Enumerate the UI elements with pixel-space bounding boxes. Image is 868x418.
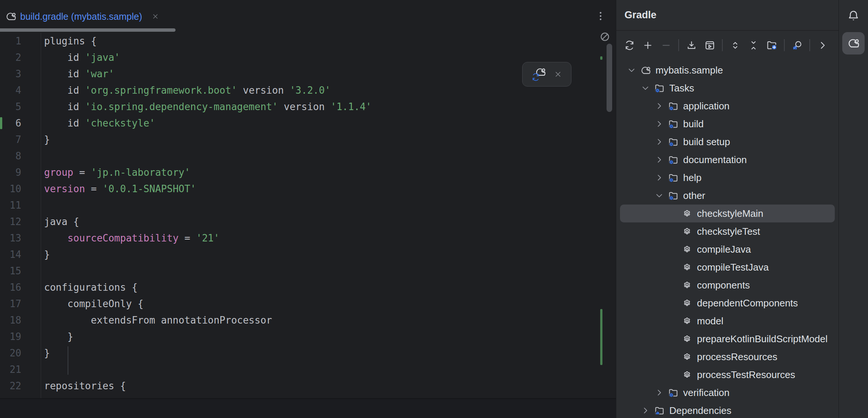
tree-item-processresources[interactable]: processResources (620, 348, 835, 366)
tree-item-tasks[interactable]: Tasks (620, 79, 835, 97)
tree-item-build[interactable]: build (620, 115, 835, 133)
group-tasks-icon[interactable] (763, 37, 780, 53)
gradle-icon (640, 65, 651, 76)
code-text: id 'io.spring.dependency-management' ver… (41, 99, 372, 115)
gradle-tool-window-button[interactable] (842, 32, 865, 54)
gradle-tool-window: Gradle mybatis.sampleTasksapplicationbui… (616, 0, 838, 418)
expand-all-icon[interactable] (726, 37, 744, 53)
tree-item-label: application (683, 100, 729, 112)
dismiss-popup-icon[interactable] (554, 70, 562, 79)
tree-item-documentation[interactable]: documentation (620, 151, 835, 169)
tree-item-application[interactable]: application (620, 97, 835, 115)
gradle-file-icon (5, 11, 16, 22)
chevron-down-icon[interactable] (627, 65, 636, 75)
tree-item-compiletestjava[interactable]: compileTestJava (620, 258, 835, 276)
code-text: id 'java' (41, 49, 120, 66)
tree-item-label: other (683, 190, 705, 202)
tree-item-label: verification (683, 387, 729, 399)
chevron-right-icon[interactable] (641, 406, 650, 415)
line-number: 7 (0, 131, 41, 148)
task-folder-icon (668, 137, 679, 147)
code-line[interactable]: 19 } (0, 328, 616, 345)
line-number: 17 (0, 296, 41, 312)
code-line[interactable]: 1plugins { (0, 33, 616, 49)
load-gradle-changes-button[interactable] (531, 66, 547, 82)
tree-item-preparekotlinbuildscriptmodel[interactable]: prepareKotlinBuildScriptModel (620, 330, 835, 348)
code-text: } (41, 328, 73, 345)
remove-icon[interactable] (657, 37, 675, 53)
tree-item-mybatis-sample[interactable]: mybatis.sample (620, 61, 835, 79)
chevron-down-icon[interactable] (654, 191, 664, 200)
tree-item-dependentcomponents[interactable]: dependentComponents (620, 294, 835, 312)
tree-item-checkstylemain[interactable]: checkstyleMain (620, 205, 835, 222)
tree-item-compilejava[interactable]: compileJava (620, 240, 835, 258)
tree-item-verification[interactable]: verification (620, 384, 835, 402)
code-line[interactable]: 8 (0, 148, 616, 164)
code-line[interactable]: 7} (0, 131, 616, 148)
disable-highlighting-icon[interactable] (599, 31, 610, 42)
code-line[interactable]: 5 id 'io.spring.dependency-management' v… (0, 99, 616, 115)
analyze-dependencies-icon[interactable] (788, 37, 806, 53)
code-editor[interactable]: 1plugins {2 id 'java'3 id 'war'4 id 'org… (0, 33, 616, 398)
add-icon[interactable] (639, 37, 656, 53)
chevron-right-icon[interactable] (654, 119, 664, 129)
code-line[interactable]: 17 compileOnly { (0, 296, 616, 312)
tree-item-processtestresources[interactable]: processTestResources (620, 366, 835, 384)
code-line[interactable]: 13 sourceCompatibility = '21' (0, 230, 616, 246)
tree-item-label: documentation (683, 154, 747, 166)
code-line[interactable]: 16configurations { (0, 279, 616, 296)
code-line[interactable]: 11 (0, 197, 616, 213)
code-line[interactable]: 22repositories { (0, 378, 616, 394)
more-chevron-icon[interactable] (814, 37, 831, 53)
gradle-panel-header: Gradle (616, 0, 838, 31)
sync-icon[interactable] (621, 37, 638, 53)
code-line[interactable]: 10version = '0.0.1-SNAPSHOT' (0, 181, 616, 197)
code-text (41, 361, 44, 378)
line-number: 5 (0, 99, 41, 115)
tree-item-other[interactable]: other (620, 187, 835, 205)
code-line[interactable]: 20} (0, 345, 616, 361)
tree-item-help[interactable]: help (620, 169, 835, 187)
code-line[interactable]: 9group = 'jp.n-laboratory' (0, 164, 616, 181)
code-line[interactable]: 21 (0, 361, 616, 378)
code-line[interactable]: 14} (0, 246, 616, 263)
code-text: id 'checkstyle' (41, 115, 155, 131)
code-line[interactable]: 6 id 'checkstyle' (0, 115, 616, 131)
task-folder-icon (654, 83, 665, 94)
code-line[interactable]: 12java { (0, 213, 616, 230)
load-gradle-changes-popup (522, 62, 571, 87)
chevron-right-icon[interactable] (654, 101, 664, 111)
tree-item-model[interactable]: model (620, 312, 835, 330)
line-number: 18 (0, 312, 41, 328)
gradle-icon (847, 37, 860, 50)
tree-item-components[interactable]: components (620, 276, 835, 294)
editor-scrollbar-thumb[interactable] (607, 44, 612, 112)
chevron-right-icon[interactable] (654, 173, 664, 183)
code-line[interactable]: 15 (0, 263, 616, 279)
code-text: id 'war' (41, 66, 114, 82)
code-text: id 'org.springframework.boot' version '3… (41, 82, 331, 99)
line-number: 21 (0, 361, 41, 378)
run-task-icon[interactable] (701, 37, 718, 53)
chevron-right-icon[interactable] (654, 388, 664, 397)
collapse-all-icon[interactable] (745, 37, 762, 53)
code-line[interactable]: 23 mavenCentral() (0, 394, 616, 398)
line-number: 16 (0, 279, 41, 296)
download-sources-icon[interactable] (683, 37, 700, 53)
chevron-right-icon[interactable] (654, 137, 664, 147)
task-icon (682, 226, 692, 237)
tree-item-label: prepareKotlinBuildScriptModel (697, 333, 828, 345)
tree-item-label: compileTestJava (697, 262, 769, 273)
code-line[interactable]: 18 extendsFrom annotationProcessor (0, 312, 616, 328)
editor-tab-build-gradle[interactable]: build.gradle (mybatis.sample) (0, 0, 169, 33)
chevron-down-icon[interactable] (641, 83, 650, 93)
tree-item-label: dependentComponents (697, 297, 798, 309)
editor-options-kebab-icon[interactable] (595, 10, 606, 22)
tree-item-build-setup[interactable]: build setup (620, 133, 835, 151)
line-number: 2 (0, 49, 41, 66)
tree-item-dependencies[interactable]: Dependencies (620, 402, 835, 417)
chevron-right-icon[interactable] (654, 155, 664, 165)
bell-icon[interactable] (847, 9, 860, 22)
close-tab-icon[interactable] (151, 12, 159, 21)
tree-item-checkstyletest[interactable]: checkstyleTest (620, 222, 835, 240)
